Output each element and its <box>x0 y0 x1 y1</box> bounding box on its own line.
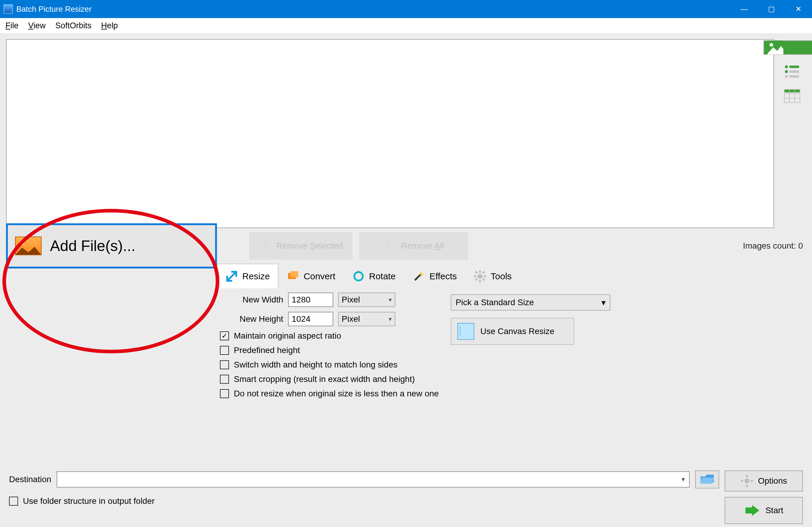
svg-rect-5 <box>789 71 799 73</box>
view-list-button[interactable] <box>782 61 803 80</box>
titlebar: Batch Picture Resizer ― ▢ ✕ <box>0 0 812 18</box>
remove-selected-label: Remove Selected <box>276 241 343 251</box>
svg-point-19 <box>354 272 363 281</box>
tab-effects-label: Effects <box>429 271 457 282</box>
new-width-input[interactable] <box>288 292 333 307</box>
tab-convert[interactable]: Convert <box>278 264 344 288</box>
svg-rect-26 <box>482 278 485 281</box>
minimize-button[interactable]: ― <box>731 0 758 18</box>
tab-convert-label: Convert <box>304 271 335 282</box>
svg-rect-30 <box>746 475 748 477</box>
svg-rect-24 <box>483 275 486 277</box>
destination-label: Destination <box>9 475 51 484</box>
add-files-label: Add File(s)... <box>50 237 135 255</box>
browse-folder-button[interactable] <box>695 470 719 488</box>
svg-point-4 <box>785 70 788 73</box>
app-icon <box>4 4 13 14</box>
svg-rect-8 <box>784 89 800 92</box>
svg-rect-3 <box>789 65 799 68</box>
maintain-aspect-checkbox[interactable] <box>220 331 229 341</box>
maximize-button[interactable]: ▢ <box>758 0 785 18</box>
tab-rotate[interactable]: Rotate <box>344 264 404 288</box>
use-canvas-label: Use Canvas Resize <box>480 327 554 336</box>
new-height-label: New Height <box>217 314 283 324</box>
view-thumbnails-button[interactable] <box>764 40 812 55</box>
svg-rect-27 <box>482 271 485 274</box>
svg-rect-7 <box>789 75 799 78</box>
predefined-height-label: Predefined height <box>234 346 300 355</box>
tab-resize-label: Resize <box>242 271 270 282</box>
image-list-area[interactable] <box>6 39 774 228</box>
rotate-icon <box>352 270 365 283</box>
switch-wh-label: Switch width and height to match long si… <box>234 360 397 370</box>
use-canvas-resize-button[interactable]: Use Canvas Resize <box>451 318 574 345</box>
svg-rect-33 <box>751 480 753 482</box>
new-width-label: New Width <box>217 295 283 305</box>
start-button[interactable]: Start <box>725 497 803 524</box>
svg-point-1 <box>769 43 773 47</box>
remove-selected-button[interactable]: Remove Selected <box>249 232 352 259</box>
svg-point-2 <box>785 65 788 68</box>
gear-icon <box>474 270 486 283</box>
svg-rect-32 <box>741 480 743 482</box>
predefined-height-checkbox[interactable] <box>220 346 229 355</box>
app-title: Batch Picture Resizer <box>16 4 91 14</box>
brush-icon <box>259 240 271 252</box>
tab-tools[interactable]: Tools <box>465 264 520 288</box>
folder-icon <box>700 473 714 485</box>
svg-rect-18 <box>290 271 298 277</box>
options-button[interactable]: Options <box>725 470 803 492</box>
use-folder-structure-label: Use folder structure in output folder <box>23 496 155 506</box>
dont-resize-label: Do not resize when original size is less… <box>234 389 439 398</box>
tab-rotate-label: Rotate <box>369 271 396 282</box>
play-icon <box>744 505 760 516</box>
svg-rect-31 <box>746 485 748 487</box>
smart-crop-checkbox[interactable] <box>220 375 229 384</box>
svg-point-20 <box>478 274 482 279</box>
image-icon <box>15 237 42 255</box>
svg-rect-23 <box>474 275 476 277</box>
svg-point-29 <box>744 479 749 483</box>
new-height-unit-select[interactable]: Pixel▾ <box>338 312 395 326</box>
menubar: File View SoftOrbits Help <box>0 18 812 34</box>
destination-combobox[interactable]: ▾ <box>57 471 690 487</box>
standard-size-select[interactable]: Pick a Standard Size▾ <box>451 294 610 311</box>
use-folder-structure-checkbox[interactable] <box>9 497 18 506</box>
close-button[interactable]: ✕ <box>785 0 812 18</box>
svg-rect-22 <box>479 280 481 282</box>
remove-all-label: Remove All <box>401 241 444 251</box>
tab-tools-label: Tools <box>491 271 512 282</box>
svg-point-6 <box>785 75 788 78</box>
chevron-left-icon <box>383 240 396 252</box>
svg-rect-28 <box>475 278 478 281</box>
tab-resize[interactable]: Resize <box>217 264 278 288</box>
resize-icon <box>226 270 238 283</box>
remove-all-button[interactable]: Remove All <box>360 232 468 259</box>
menu-help[interactable]: Help <box>101 21 118 30</box>
wand-icon <box>412 270 425 283</box>
images-count: Images count: 0 <box>743 241 806 251</box>
maintain-aspect-label: Maintain original aspect ratio <box>234 331 341 341</box>
menu-file[interactable]: File <box>5 21 19 30</box>
tab-effects[interactable]: Effects <box>404 264 465 288</box>
switch-wh-checkbox[interactable] <box>220 360 229 369</box>
add-files-button[interactable]: Add File(s)... <box>6 223 217 269</box>
new-height-input[interactable] <box>288 312 333 326</box>
menu-view[interactable]: View <box>28 21 46 30</box>
view-grid-button[interactable] <box>782 87 803 105</box>
svg-rect-25 <box>475 271 478 274</box>
canvas-icon <box>458 323 474 340</box>
smart-crop-label: Smart cropping (result in exact width an… <box>234 374 415 384</box>
convert-icon <box>287 270 300 283</box>
options-label: Options <box>758 476 787 486</box>
menu-softorbits[interactable]: SoftOrbits <box>55 21 91 30</box>
new-width-unit-select[interactable]: Pixel▾ <box>338 292 395 307</box>
start-label: Start <box>765 506 783 515</box>
svg-rect-21 <box>479 270 481 273</box>
dont-resize-checkbox[interactable] <box>220 389 229 398</box>
gear-icon <box>741 475 753 487</box>
